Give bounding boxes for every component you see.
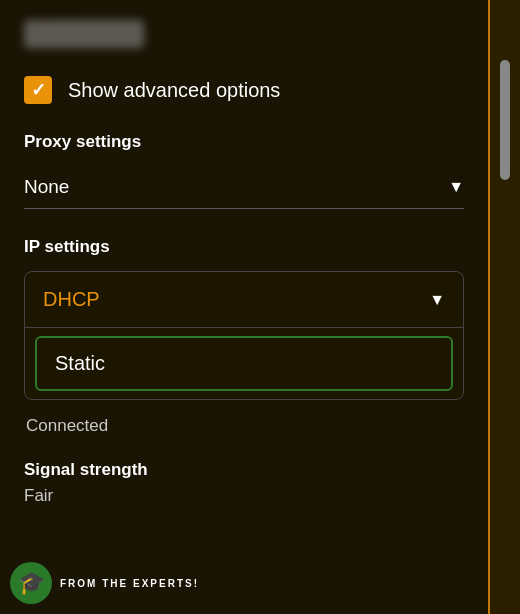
signal-strength-value: Fair [24,486,464,506]
signal-strength-label: Signal strength [24,460,464,480]
proxy-settings-dropdown[interactable]: None ▼ [24,166,464,209]
ip-settings-section: IP settings DHCP ▼ Static [24,237,464,400]
ip-dropdown-value: DHCP [43,288,100,311]
watermark-emoji: 🎓 [18,570,45,596]
advanced-options-checkbox[interactable]: ✓ [24,76,52,104]
proxy-settings-value: None [24,176,69,198]
ip-settings-label: IP settings [24,237,464,257]
proxy-settings-label: Proxy settings [24,132,464,152]
check-icon: ✓ [31,79,46,101]
blurred-header [24,20,144,48]
ip-static-label: Static [55,352,105,374]
signal-strength-section: Signal strength Fair [24,460,464,506]
proxy-settings-section: Proxy settings None ▼ [24,132,464,209]
scrollbar[interactable] [490,0,520,614]
ip-dropdown-arrow-icon[interactable]: ▼ [429,291,445,309]
scrollbar-thumb[interactable] [500,60,510,180]
advanced-options-row[interactable]: ✓ Show advanced options [24,76,464,104]
connected-status: Connected [24,416,464,436]
ip-dropdown-header[interactable]: DHCP ▼ [25,272,463,328]
watermark-text: FROM THE EXPERTS! [60,578,199,589]
watermark-icon: 🎓 [10,562,52,604]
watermark: 🎓 FROM THE EXPERTS! [10,562,199,604]
proxy-dropdown-arrow-icon[interactable]: ▼ [448,178,464,196]
ip-static-option[interactable]: Static [35,336,453,391]
advanced-options-label: Show advanced options [68,79,280,102]
ip-dropdown-container: DHCP ▼ Static [24,271,464,400]
settings-panel: ✓ Show advanced options Proxy settings N… [0,0,490,614]
